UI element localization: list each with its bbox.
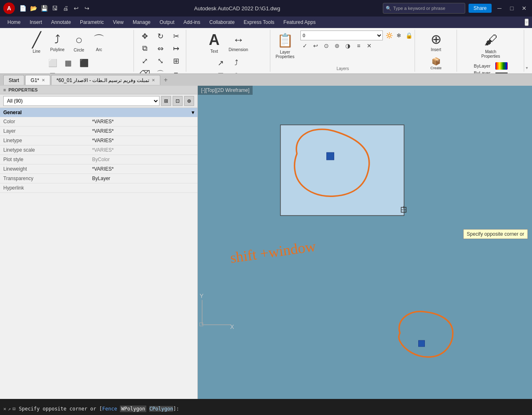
tab-g1[interactable]: G1* ✕ [25, 75, 50, 85]
layer-isolate-button[interactable]: ⊙ [322, 41, 331, 50]
region-button[interactable]: △ [61, 70, 76, 73]
history-icon[interactable]: ⊟ [12, 406, 15, 412]
plot-button[interactable]: 🖨 [61, 4, 70, 13]
props-value-linetype[interactable]: *VARIES* [89, 136, 197, 145]
menu-addins[interactable]: Add-ins [179, 18, 204, 27]
layer-off-button[interactable]: ◑ [343, 41, 352, 50]
table-button[interactable]: ⊞ [213, 70, 228, 73]
mirror-button[interactable]: ⇔ [153, 43, 168, 54]
props-value-linetype-scale[interactable]: *VARIES* [89, 145, 197, 155]
dimension-button[interactable]: ↔ Dimension [225, 32, 252, 54]
gradient-button[interactable]: ⬛ [77, 57, 91, 69]
line-button[interactable]: ╱ Line [28, 30, 45, 56]
search-box[interactable]: 🔍 Type a keyword or phrase [383, 3, 465, 14]
minimize-button[interactable]: ─ [495, 4, 504, 13]
new-tab-button[interactable]: + [161, 75, 170, 84]
layer-match-button[interactable]: ≡ [354, 41, 363, 50]
props-value-transparency[interactable]: ByLayer [89, 174, 197, 183]
layer-properties-button[interactable]: 📋 LayerProperties [272, 30, 298, 61]
menu-express[interactable]: Express Tools [239, 18, 278, 27]
layer-freeze-button[interactable]: ❄ [394, 31, 403, 40]
props-value-lineweight[interactable]: *VARIES* [89, 164, 197, 174]
maximize-button[interactable]: □ [507, 4, 516, 13]
toggle-quick-props-button[interactable]: ⊞ [161, 96, 171, 106]
props-filter-select[interactable]: All (90) [3, 96, 159, 106]
tab-arabic-close[interactable]: ✕ [152, 78, 155, 82]
props-row-layer[interactable]: Layer *VARIES* [0, 127, 197, 136]
props-row-hyperlink[interactable]: Hyperlink [0, 183, 197, 193]
match-properties-button[interactable]: 🖌 MatchProperties [478, 30, 504, 61]
linetype-dropdown-button[interactable] [495, 73, 508, 73]
hatch-button[interactable]: ▦ [61, 57, 76, 69]
open-button[interactable]: 📂 [29, 4, 38, 13]
props-row-color[interactable]: Color *VARIES* [0, 117, 197, 127]
layer-lock-button[interactable]: 🔒 [404, 31, 413, 40]
props-value-plot-style[interactable]: ByColor [89, 155, 197, 164]
props-value-color[interactable]: *VARIES* [89, 117, 197, 127]
menu-output[interactable]: Output [155, 18, 178, 27]
copy-button[interactable]: ⧉ [137, 43, 152, 54]
menu-home[interactable]: Home [3, 18, 25, 27]
menu-manage[interactable]: Manage [129, 18, 155, 27]
select-similar-button[interactable]: ⊛ [184, 96, 194, 106]
menu-insert[interactable]: Insert [26, 18, 46, 27]
fillet-button[interactable]: ⌒ [153, 68, 168, 73]
close-command-icon[interactable]: ✕ [3, 406, 6, 412]
props-value-layer[interactable]: *VARIES* [89, 127, 197, 136]
chamfer-button[interactable]: ⌐ [169, 68, 183, 73]
erase-button[interactable]: ⌫ [137, 68, 152, 73]
save-button[interactable]: 💾 [40, 4, 49, 13]
layer-delete-button[interactable]: ✕ [365, 41, 374, 50]
close-window-button[interactable]: ✕ [520, 4, 529, 13]
boundary-button[interactable]: ⊡ [45, 70, 60, 73]
layer-unisolate-button[interactable]: ⊚ [333, 41, 342, 50]
canvas-area[interactable]: [-][Top][2D Wireframe] shift +window X Y [198, 86, 532, 399]
rotate-button[interactable]: ↻ [153, 30, 168, 42]
props-row-transparency[interactable]: Transparency ByLayer [0, 174, 197, 183]
share-button[interactable]: Share [469, 4, 492, 13]
quick-select-button[interactable]: ⊡ [173, 96, 183, 106]
leader-button[interactable]: ↗ [213, 57, 228, 69]
color-dropdown-button[interactable] [495, 62, 508, 70]
general-section-header[interactable]: General ▾ [0, 108, 197, 117]
mleader-button[interactable]: ⤴ [229, 57, 244, 69]
make-current-button[interactable]: ✓ [300, 41, 309, 50]
new-button[interactable]: 📄 [18, 4, 27, 13]
move-button[interactable]: ✥ [137, 30, 152, 42]
menu-collaborate[interactable]: Collaborate [205, 18, 239, 27]
layer-walk-button[interactable]: 🔆 [384, 31, 394, 40]
redo-button[interactable]: ↪ [82, 4, 91, 13]
tab-g1-close[interactable]: ✕ [42, 78, 45, 82]
extend-button[interactable]: ↦ [169, 43, 183, 54]
tab-arabic[interactable]: *تمبلت وفريم ترسيم الـطات - الاصدار 01_6… [51, 75, 160, 85]
saveas-button[interactable]: 🖫 [50, 4, 59, 13]
scale-button[interactable]: ⤡ [153, 55, 168, 67]
create-block-button[interactable]: 📦 Create [429, 56, 444, 71]
center-mark-button[interactable]: ⊕ [229, 70, 244, 73]
props-row-linetype-scale[interactable]: Linetype scale *VARIES* [0, 145, 197, 155]
layer-previous-button[interactable]: ↩ [311, 41, 320, 50]
array-button[interactable]: ⊞ [169, 55, 183, 67]
stretch-button[interactable]: ⤢ [137, 55, 152, 67]
menu-featured[interactable]: Featured Apps [279, 18, 320, 27]
trim-button[interactable]: ✂ [169, 30, 183, 42]
ribbon-toggle-button[interactable]: ▾ [525, 19, 529, 26]
circle-button[interactable]: ○ Circle [70, 32, 88, 54]
rectangle-button[interactable]: ⬜ [45, 57, 60, 69]
menu-parametric[interactable]: Parametric [76, 18, 108, 27]
insert-button[interactable]: ⊕ Insert [427, 30, 445, 54]
arc-button[interactable]: ⌒ Arc [89, 32, 108, 54]
ribbon-more-arrow[interactable]: ▾ [526, 66, 528, 70]
layers-dropdown[interactable]: 0 [300, 30, 383, 40]
props-row-linetype[interactable]: Linetype *VARIES* [0, 136, 197, 145]
props-row-plot-style[interactable]: Plot style ByColor [0, 155, 197, 164]
props-value-hyperlink[interactable] [89, 183, 197, 193]
wipeout-button[interactable]: ◻ [77, 70, 91, 73]
arrow-icon[interactable]: ↗ [8, 406, 11, 412]
edit-block-button[interactable]: ✏ Edit [429, 72, 444, 73]
menu-annotate[interactable]: Annotate [47, 18, 75, 27]
tab-start[interactable]: Start [3, 75, 24, 85]
polyline-button[interactable]: ⤴ Polyline [47, 32, 68, 54]
text-button[interactable]: A Text [205, 30, 223, 56]
undo-button[interactable]: ↩ [72, 4, 81, 13]
